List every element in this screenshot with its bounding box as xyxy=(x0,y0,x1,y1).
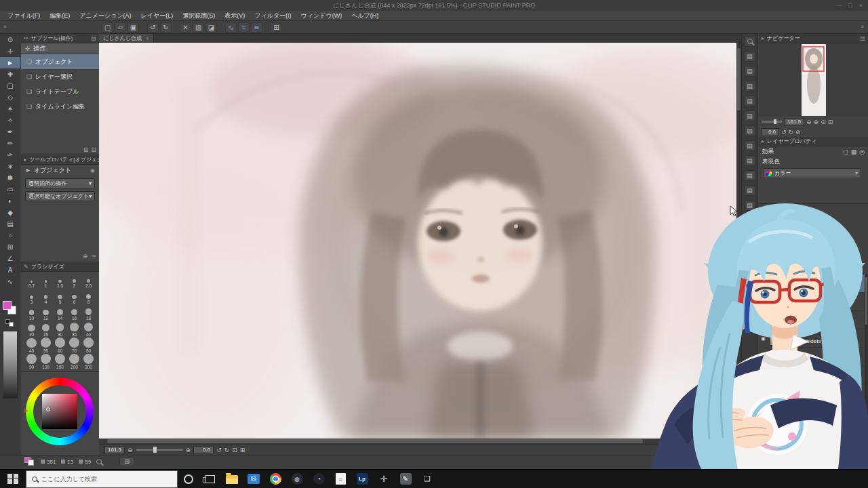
canvas-tab[interactable]: にじさんじ合成 × xyxy=(99,34,154,42)
saturation-value-square[interactable] xyxy=(42,394,77,429)
auto-select-tool[interactable]: ✶ xyxy=(0,103,20,115)
brush-size-cell[interactable]: 300 xyxy=(81,353,96,369)
color-picker-dot[interactable] xyxy=(46,407,50,411)
pen-tool[interactable]: ✒ xyxy=(0,126,20,138)
brush-size-cell[interactable]: 2 xyxy=(67,272,81,288)
eraser-tool[interactable]: ▭ xyxy=(0,184,20,195)
menu-item[interactable]: フィルター(I) xyxy=(250,11,296,21)
brush-size-cell[interactable]: 35 xyxy=(67,321,81,337)
canvas-rotation-value[interactable]: 0.0 xyxy=(193,446,214,454)
reset-view-icon[interactable]: ⊞ xyxy=(240,447,245,453)
undo-icon[interactable]: ↺ xyxy=(147,22,159,33)
panel-material-1[interactable]: ▤ xyxy=(744,96,755,106)
marquee-tool[interactable]: ▢ xyxy=(0,80,20,92)
canvas-tab-close-icon[interactable]: × xyxy=(146,35,149,41)
menu-item[interactable]: 編集(E) xyxy=(45,11,75,21)
pin-icon[interactable]: ◉ xyxy=(90,167,95,174)
brush-size-cell[interactable]: 50 xyxy=(39,337,53,353)
brush-size-cell[interactable]: 8 xyxy=(81,288,96,304)
effect-icon[interactable]: ▦ xyxy=(851,148,857,155)
subtool-item[interactable]: ❏タイムライン編集 xyxy=(21,99,99,114)
effect-icon[interactable]: ◎ xyxy=(859,148,865,155)
navigator-zoom-value[interactable]: 161.5 xyxy=(784,118,804,126)
ruler-tool[interactable]: ∠ xyxy=(0,253,20,264)
maximize-button[interactable]: □ xyxy=(848,2,852,9)
brush-size-cell[interactable]: 6 xyxy=(67,288,81,304)
menu-item[interactable]: アニメーション(A) xyxy=(75,11,136,21)
taskbar-app-lp-app[interactable]: Lp xyxy=(351,470,373,488)
brush-size-cell[interactable]: 0.7 xyxy=(24,272,39,288)
gradient-tool[interactable]: ▤ xyxy=(0,218,20,230)
zoom-out-icon[interactable]: ⊖ xyxy=(127,447,133,453)
brush-tool[interactable]: ✑ xyxy=(0,149,20,161)
close-button[interactable]: × xyxy=(859,2,863,9)
panel-material-4[interactable]: ▤ xyxy=(744,140,755,151)
canvas-zoom-value[interactable]: 161.5 xyxy=(104,446,125,454)
brush-size-cell[interactable]: 90 xyxy=(24,353,39,369)
add-subtool-icon[interactable]: ⊞ xyxy=(83,146,89,153)
layer-property-header[interactable]: ▸ レイヤープロパティ xyxy=(759,137,868,146)
stabilize-curve-icon[interactable]: ≈ xyxy=(238,22,250,33)
subtool-item[interactable]: ❏レイヤー選択 xyxy=(21,69,99,84)
start-button[interactable] xyxy=(0,470,26,488)
brush-size-cell[interactable]: 200 xyxy=(67,353,81,369)
stabilize-smooth-icon[interactable]: ≋ xyxy=(251,22,262,33)
panel-information[interactable]: ▤ xyxy=(744,66,755,77)
taskbar-app-file-explorer[interactable] xyxy=(221,470,243,488)
brush-size-cell[interactable]: 60 xyxy=(53,337,67,353)
deselect-icon[interactable]: ▨ xyxy=(193,22,204,33)
transparent-area-dropdown[interactable]: 透明箇所の操作 ▾ xyxy=(25,178,95,188)
mini-color-swatch-pair[interactable] xyxy=(24,457,35,466)
navigator-header[interactable]: ▸ ナビゲーター ▤ xyxy=(759,34,868,43)
navigator-rotate-icon[interactable]: ⊘ xyxy=(795,129,801,136)
menu-item[interactable]: ウィンドウ(W) xyxy=(296,11,347,21)
panel-menu-icon[interactable]: ▤ xyxy=(860,35,865,41)
subtool-item[interactable]: ❏オブジェクト xyxy=(21,54,99,69)
zoom-tool[interactable]: ⊙ xyxy=(0,34,20,45)
eyedropper-tool[interactable]: ✧ xyxy=(0,115,20,126)
zoom-slider[interactable] xyxy=(136,449,183,451)
panel-material-6[interactable]: ▤ xyxy=(744,170,755,181)
taskbar-app-notepad[interactable]: ≡ xyxy=(330,470,351,488)
brush-size-cell[interactable]: 100 xyxy=(39,353,53,369)
panel-material-2[interactable]: ▤ xyxy=(744,110,755,121)
brush-size-cell[interactable]: 80 xyxy=(81,337,96,353)
search-input[interactable] xyxy=(41,476,163,483)
panel-material-7[interactable]: ▤ xyxy=(744,185,755,196)
brush-size-cell[interactable]: 20 xyxy=(24,321,39,337)
taskbar-search[interactable] xyxy=(26,470,178,488)
panel-navigator[interactable]: ▤ xyxy=(744,51,755,62)
line-fix-tool[interactable]: ∿ xyxy=(0,276,20,287)
navigator-rotate-icon[interactable]: ↻ xyxy=(789,129,794,136)
brush-size-cell[interactable]: 1 xyxy=(39,272,53,288)
panel-search[interactable] xyxy=(744,36,755,47)
collapse-left-icon[interactable]: « xyxy=(3,23,7,30)
delete-icon[interactable]: ✕ xyxy=(180,22,191,33)
redo-icon[interactable]: ↻ xyxy=(160,22,172,33)
decoration-tool[interactable]: ✽ xyxy=(0,172,20,184)
tool-property-header[interactable]: ▸ ツールプロパティ[オブジェクト] xyxy=(21,155,99,165)
panel-material-5[interactable]: ▤ xyxy=(744,155,755,166)
gradient-swatch-column[interactable] xyxy=(3,331,18,399)
brush-size-cell[interactable]: 3 xyxy=(24,288,39,304)
taskbar-app-dark-app[interactable]: ◍ xyxy=(286,470,308,488)
brush-size-cell[interactable]: 12 xyxy=(39,304,53,321)
taskbar-app-chrome[interactable] xyxy=(264,470,286,488)
zoom-in-icon[interactable]: ⊕ xyxy=(186,447,191,453)
menu-item[interactable]: レイヤー(L) xyxy=(136,11,178,21)
white-swatch[interactable] xyxy=(9,322,14,327)
stabilize-line-icon[interactable]: ∿ xyxy=(225,22,237,33)
palette-dock-button[interactable]: ⊞ xyxy=(119,457,134,466)
expression-color-dropdown[interactable]: カラー ▾ xyxy=(763,168,861,178)
brush-size-cell[interactable]: 16 xyxy=(67,304,81,321)
rotate-left-icon[interactable]: ↺ xyxy=(216,447,222,453)
airbrush-tool[interactable]: ∗ xyxy=(0,161,20,172)
taskbar-app-mail-app[interactable]: ✉ xyxy=(243,470,264,488)
menu-item[interactable]: ヘルプ(H) xyxy=(347,11,383,21)
brush-size-cell[interactable]: 45 xyxy=(24,337,39,353)
subtool-panel-header[interactable]: ✑ サブツール[操作] ▤ xyxy=(21,34,99,43)
brush-size-cell[interactable]: 4 xyxy=(39,288,53,304)
brush-size-cell[interactable]: 2.5 xyxy=(81,272,96,288)
subtool-group-row[interactable]: ✛ 操作 xyxy=(21,43,99,54)
fill-tool[interactable]: ◆ xyxy=(0,207,20,218)
